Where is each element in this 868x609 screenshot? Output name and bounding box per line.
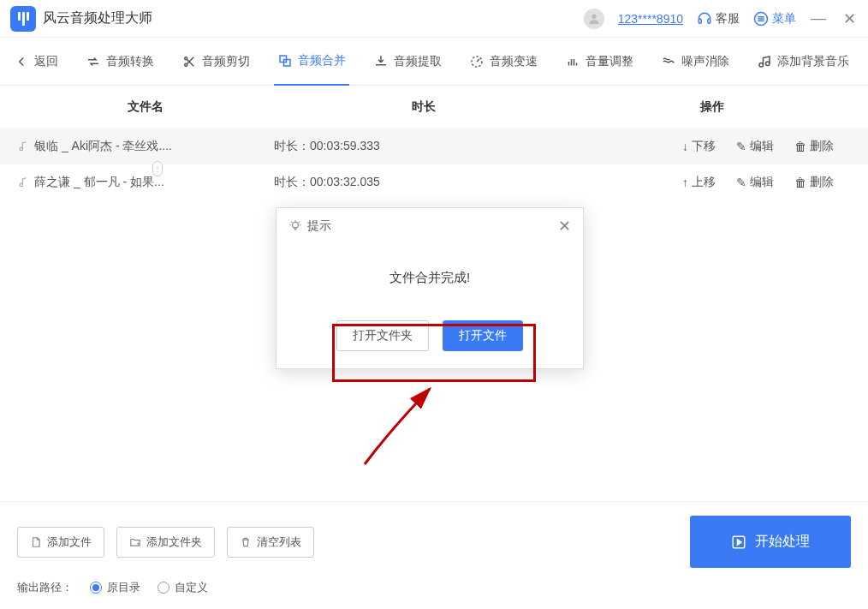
delete-button[interactable]: 🗑删除: [794, 139, 834, 154]
tab-bgm[interactable]: 添加背景音乐: [753, 38, 853, 86]
add-file-button[interactable]: 添加文件: [17, 527, 104, 558]
arrow-up-icon: ↑: [682, 176, 688, 189]
minimize-button[interactable]: —: [810, 9, 827, 27]
radio-custom[interactable]: 自定义: [158, 580, 208, 595]
radio-original-dir[interactable]: 原目录: [90, 580, 140, 595]
table-header: 文件名 时长 操作: [0, 86, 868, 128]
titlebar: 风云音频处理大师 123****8910 客服 菜单 — ✕: [0, 0, 868, 38]
table-row[interactable]: 银临 _ Aki阿杰 - 牵丝戏.... 时长：00:03:59.333 ↓下移…: [0, 128, 868, 164]
trash-icon: 🗑: [794, 176, 806, 189]
svg-point-8: [185, 57, 187, 59]
tab-speed-label: 音频变速: [490, 54, 538, 69]
radio-icon: [90, 582, 102, 594]
pencil-icon: ✎: [736, 176, 746, 189]
file-duration: 00:03:32.035: [310, 175, 380, 188]
tab-convert[interactable]: 音频转换: [82, 38, 158, 86]
tab-volume[interactable]: 音量调整: [562, 38, 637, 86]
app-title: 风云音频处理大师: [43, 9, 152, 27]
delete-button[interactable]: 🗑删除: [794, 175, 834, 190]
trash-icon: 🗑: [794, 140, 806, 153]
menu-label: 菜单: [772, 11, 796, 27]
col-header-ops: 操作: [574, 99, 851, 115]
tab-extract-label: 音频提取: [394, 54, 442, 69]
radio-icon: [158, 582, 169, 594]
edit-button[interactable]: ✎编辑: [736, 175, 774, 190]
lightbulb-icon: [288, 219, 302, 233]
clear-list-button[interactable]: 清空列表: [227, 527, 314, 558]
dialog: 提示 ✕ 文件合并完成! 打开文件夹 打开文件: [276, 207, 584, 369]
svg-rect-1: [699, 19, 701, 23]
tab-extract[interactable]: 音频提取: [370, 38, 445, 86]
table-row[interactable]: 薛之谦 _ 郁一凡 - 如果... 时长：00:03:32.035 ↑上移 ✎编…: [0, 164, 868, 200]
tab-cut[interactable]: 音频剪切: [178, 38, 253, 86]
file-name: 银临 _ Aki阿杰 - 牵丝戏....: [34, 139, 172, 154]
trash-icon: [240, 536, 252, 548]
add-folder-button[interactable]: 添加文件夹: [116, 527, 215, 558]
music-icon: [17, 176, 29, 188]
tab-volume-label: 音量调整: [586, 54, 633, 69]
support-link[interactable]: 客服: [697, 11, 740, 27]
dialog-close-button[interactable]: ✕: [558, 217, 571, 236]
bottom-bar: 添加文件 添加文件夹 清空列表 开始处理 输出路径： 原目录 自定义: [0, 501, 868, 609]
col-header-duration: 时长: [274, 99, 574, 115]
app-logo: [10, 6, 36, 32]
tab-noise-label: 噪声消除: [681, 54, 729, 69]
tab-cut-label: 音频剪切: [202, 54, 250, 69]
music-icon: [17, 140, 29, 152]
svg-point-0: [592, 14, 596, 18]
menu-button[interactable]: 菜单: [753, 11, 796, 27]
open-folder-button[interactable]: 打开文件夹: [336, 320, 429, 351]
tab-merge[interactable]: 音频合并: [274, 38, 349, 86]
user-id-link[interactable]: 123****8910: [618, 12, 683, 26]
file-icon: [30, 536, 42, 548]
play-icon: [731, 534, 746, 550]
file-duration: 00:03:59.333: [310, 139, 380, 152]
open-file-button[interactable]: 打开文件: [443, 320, 523, 351]
svg-rect-2: [708, 19, 710, 23]
close-button[interactable]: ✕: [841, 9, 858, 28]
col-header-name: 文件名: [17, 99, 274, 115]
file-name: 薛之谦 _ 郁一凡 - 如果...: [34, 175, 164, 190]
start-process-button[interactable]: 开始处理: [690, 516, 851, 568]
toolbar: 返回 音频转换 音频剪切 音频合并 音频提取 音频变速 音量调整 噪声消除 添加…: [0, 38, 868, 86]
dialog-message: 文件合并完成!: [294, 270, 566, 286]
tab-speed[interactable]: 音频变速: [466, 38, 541, 86]
dialog-title: 提示: [307, 218, 331, 234]
arrow-down-icon: ↓: [682, 140, 688, 153]
support-label: 客服: [716, 11, 740, 27]
tab-noise[interactable]: 噪声消除: [657, 38, 733, 86]
annotation-arrow: [356, 379, 459, 473]
avatar-icon[interactable]: [584, 9, 604, 29]
back-button[interactable]: 返回: [10, 38, 62, 86]
tab-convert-label: 音频转换: [106, 54, 154, 69]
back-label: 返回: [34, 54, 58, 69]
move-up-button[interactable]: ↑上移: [682, 175, 716, 190]
folder-icon: [129, 536, 141, 548]
edit-button[interactable]: ✎编辑: [736, 139, 774, 154]
move-down-button[interactable]: ↓下移: [682, 139, 716, 154]
pencil-icon: ✎: [736, 140, 746, 153]
tab-bgm-label: 添加背景音乐: [777, 54, 849, 69]
tab-merge-label: 音频合并: [298, 53, 346, 69]
svg-point-16: [293, 222, 299, 228]
svg-point-7: [185, 63, 187, 66]
output-path-label: 输出路径：: [17, 580, 73, 595]
